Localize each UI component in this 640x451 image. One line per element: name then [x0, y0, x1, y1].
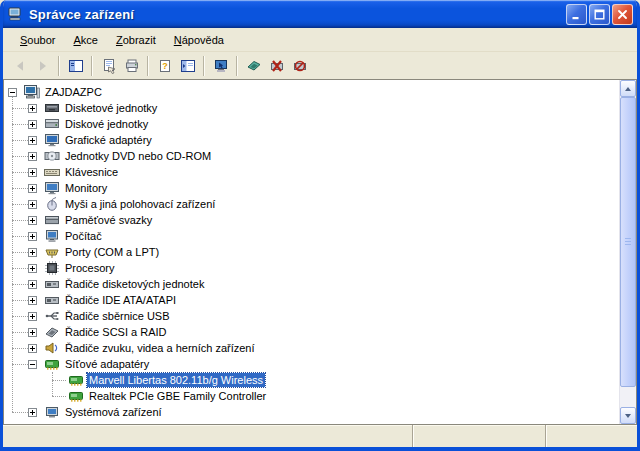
- properties-button[interactable]: [97, 54, 120, 77]
- computer-icon: [8, 6, 24, 22]
- expand-toggle[interactable]: [28, 344, 37, 353]
- expand-toggle[interactable]: [28, 296, 37, 305]
- tree-item-label[interactable]: Systémová zařízení: [63, 405, 164, 419]
- tree-item-label[interactable]: Řadiče IDE ATA/ATAPI: [63, 293, 178, 307]
- expand-toggle[interactable]: [28, 264, 37, 273]
- tree-item-label[interactable]: Grafické adaptéry: [63, 133, 154, 147]
- close-icon: [616, 8, 629, 21]
- keyboard-icon: [44, 164, 60, 180]
- print-button[interactable]: [120, 54, 143, 77]
- expand-toggle[interactable]: [28, 280, 37, 289]
- uninstall-button[interactable]: [265, 54, 288, 77]
- toolbar-separator: [203, 56, 205, 76]
- show-hide-tree-icon: [68, 58, 84, 74]
- audio-icon: [44, 340, 60, 356]
- scroll-down-button[interactable]: [620, 407, 636, 424]
- expand-toggle[interactable]: [28, 120, 37, 129]
- menu-item-3[interactable]: Nápověda: [165, 31, 233, 49]
- close-button[interactable]: [612, 4, 633, 25]
- scroll-up-button[interactable]: [620, 80, 636, 97]
- show-hide-tree-button[interactable]: [64, 54, 87, 77]
- scrollbar-thumb[interactable]: [620, 97, 636, 387]
- expand-toggle[interactable]: [28, 200, 37, 209]
- device-tree-panel: ZAJDAZPCDisketové jednotkyDiskové jednot…: [3, 79, 637, 425]
- collapse-toggle[interactable]: [8, 88, 17, 97]
- display-adapter-icon: [44, 132, 60, 148]
- window-controls: [564, 4, 633, 25]
- expand-toggle[interactable]: [28, 216, 37, 225]
- tree-item-label[interactable]: Řadiče SCSI a RAID: [63, 325, 168, 339]
- tree-item: Systémová zařízení: [4, 404, 619, 420]
- tree-item-label[interactable]: Paměťové svazky: [63, 213, 154, 227]
- tree-item: Porty (COM a LPT): [4, 244, 619, 260]
- device-tree: ZAJDAZPCDisketové jednotkyDiskové jednot…: [4, 80, 619, 424]
- chevron-down-icon: [625, 414, 631, 421]
- svg-text:?: ?: [162, 61, 168, 71]
- tree-item-label[interactable]: Diskové jednotky: [63, 117, 150, 131]
- tree-item: Síťové adapatéry: [4, 356, 619, 372]
- device-manager-window: Správce zařízení SouborAkceZobrazitNápov…: [0, 0, 640, 451]
- show-hide-pane-button[interactable]: [176, 54, 199, 77]
- tree-item-label[interactable]: Monitory: [63, 181, 109, 195]
- expand-toggle[interactable]: [28, 104, 37, 113]
- tree-item: Procesory: [4, 260, 619, 276]
- tree-item: Řadiče sběrnice USB: [4, 308, 619, 324]
- expand-toggle[interactable]: [28, 248, 37, 257]
- expand-toggle[interactable]: [28, 232, 37, 241]
- tree-item: Diskové jednotky: [4, 116, 619, 132]
- toolbar-separator: [236, 56, 238, 76]
- minimize-button[interactable]: [566, 4, 587, 25]
- tree-item-label[interactable]: Síťové adapatéry: [63, 357, 151, 371]
- tree-item-label[interactable]: Procesory: [63, 261, 117, 275]
- port-icon: [44, 244, 60, 260]
- update-driver-button[interactable]: [242, 54, 265, 77]
- menu-item-2[interactable]: Zobrazit: [107, 31, 165, 49]
- expand-toggle[interactable]: [28, 184, 37, 193]
- scrollbar-track[interactable]: [620, 97, 636, 407]
- tree-item-label[interactable]: Realtek PCIe GBE Family Controller: [87, 389, 268, 403]
- tree-item: Řadiče zvuku, videa a herních zařízení: [4, 340, 619, 356]
- tree-item: Grafické adaptéry: [4, 132, 619, 148]
- menu-item-1[interactable]: Akce: [64, 31, 106, 49]
- forward-button[interactable]: [31, 54, 54, 77]
- tree-item: Řadiče disketových jednotek: [4, 276, 619, 292]
- help-icon: ?: [157, 58, 173, 74]
- tree-item-label[interactable]: ZAJDAZPC: [43, 85, 104, 99]
- vertical-scrollbar[interactable]: [619, 80, 636, 424]
- tree-item-label[interactable]: Jednotky DVD nebo CD-ROM: [63, 149, 213, 163]
- help-button[interactable]: ?: [153, 54, 176, 77]
- tree-item-label[interactable]: Řadiče zvuku, videa a herních zařízení: [63, 341, 257, 355]
- disable-button[interactable]: [288, 54, 311, 77]
- window-title: Správce zařízení: [29, 7, 564, 22]
- computer-icon: [24, 84, 40, 100]
- chevron-up-icon: [625, 84, 631, 91]
- tree-item-label[interactable]: Disketové jednotky: [63, 101, 159, 115]
- statusbar-section: [3, 425, 412, 447]
- computer-system-icon: [44, 228, 60, 244]
- tree-item-label[interactable]: Řadiče disketových jednotek: [63, 277, 206, 291]
- expand-toggle[interactable]: [28, 152, 37, 161]
- tree-item-label[interactable]: Marvell Libertas 802.11b/g Wireless: [87, 373, 265, 387]
- tree-item-label[interactable]: Porty (COM a LPT): [63, 245, 161, 259]
- expand-toggle[interactable]: [28, 312, 37, 321]
- scan-hardware-changes-button[interactable]: [209, 54, 232, 77]
- statusbar-section: [412, 425, 545, 447]
- back-button[interactable]: [8, 54, 31, 77]
- mouse-icon: [44, 196, 60, 212]
- expand-toggle[interactable]: [28, 408, 37, 417]
- toolbar-separator: [147, 56, 149, 76]
- statusbar-section: [545, 425, 637, 447]
- update-driver-icon: [246, 58, 262, 74]
- expand-toggle[interactable]: [28, 328, 37, 337]
- tree-item-label[interactable]: Počítač: [63, 229, 104, 243]
- tree-item-label[interactable]: Řadiče sběrnice USB: [63, 309, 172, 323]
- tree-item-label[interactable]: Klávesnice: [63, 165, 120, 179]
- maximize-button[interactable]: [589, 4, 610, 25]
- menu-item-0[interactable]: Soubor: [11, 31, 64, 49]
- collapse-toggle[interactable]: [28, 360, 37, 369]
- expand-toggle[interactable]: [28, 136, 37, 145]
- disk-drive-icon: [44, 116, 60, 132]
- expand-toggle[interactable]: [28, 168, 37, 177]
- tree-item-label[interactable]: Myši a jiná polohovací zařízení: [63, 197, 217, 211]
- network-adapter-icon: [68, 388, 84, 404]
